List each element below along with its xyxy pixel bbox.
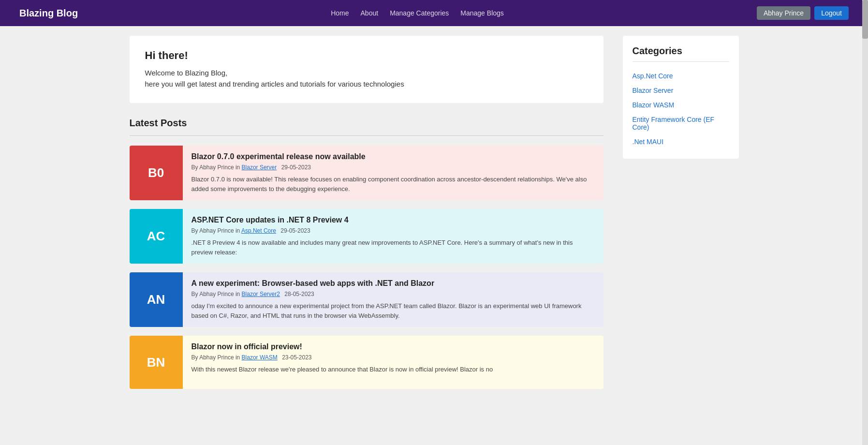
post-body: Blazor now in official preview! By Abhay… [183,336,603,389]
latest-posts-heading: Latest Posts [130,118,603,129]
category-link[interactable]: Asp.Net Core [633,69,729,83]
post-thumbnail: AN [130,272,183,327]
post-title[interactable]: Blazor 0.7.0 experimental release now av… [191,152,595,161]
post-body: Blazor 0.7.0 experimental release now av… [183,146,603,200]
post-excerpt: With this newest Blazor release we're pl… [191,365,595,374]
welcome-heading: Hi there! [145,49,588,62]
welcome-line2: here you will get latest and trending ar… [145,80,404,88]
post-title[interactable]: ASP.NET Core updates in .NET 8 Preview 4 [191,216,595,224]
posts-divider [130,135,603,136]
welcome-box: Hi there! Welcome to Blazing Blog, here … [130,36,603,103]
category-link[interactable]: Entity Framework Core (EF Core) [633,112,729,134]
post-card: AC ASP.NET Core updates in .NET 8 Previe… [130,209,603,264]
latest-posts: Latest Posts B0 Blazor 0.7.0 experimenta… [130,118,603,389]
post-thumbnail: B0 [130,146,183,200]
category-link[interactable]: .Net MAUI [633,134,729,149]
post-thumbnail: AC [130,209,183,264]
post-meta: By Abhay Prince in Asp.Net Core 29-05-20… [191,227,595,234]
post-card: AN A new experiment: Browser-based web a… [130,272,603,327]
post-author: Abhay Prince [199,164,234,171]
post-title[interactable]: A new experiment: Browser-based web apps… [191,279,595,288]
category-link[interactable]: Blazor Server [633,83,729,98]
post-meta: By Abhay Prince in Blazor Server 29-05-2… [191,164,595,171]
post-category-link[interactable]: Blazor Server2 [242,291,280,297]
post-excerpt: Blazor 0.7.0 is now available! This rele… [191,175,595,193]
post-title[interactable]: Blazor now in official preview! [191,342,595,351]
post-card: B0 Blazor 0.7.0 experimental release now… [130,146,603,200]
categories-container: Asp.Net CoreBlazor ServerBlazor WASMEnti… [633,69,729,149]
welcome-text: Welcome to Blazing Blog, here you will g… [145,68,588,89]
post-abbrev: BN [147,355,165,370]
navbar-right: Abhay Prince Logout [757,6,849,20]
category-link[interactable]: Blazor WASM [633,98,729,112]
page-layout: Hi there! Welcome to Blazing Blog, here … [120,26,749,407]
post-abbrev: AN [147,292,165,307]
navbar: Blazing Blog Home About Manage Categorie… [0,0,868,26]
main-content: Hi there! Welcome to Blazing Blog, here … [130,26,603,407]
nav-manage-categories[interactable]: Manage Categories [390,9,449,17]
post-date: 28-05-2023 [284,291,314,297]
navbar-brand: Blazing Blog [19,8,78,19]
sidebar: Categories Asp.Net CoreBlazor ServerBlaz… [623,26,739,407]
post-author: Abhay Prince [199,227,234,234]
post-thumbnail: BN [130,336,183,389]
post-date: 29-05-2023 [281,164,311,171]
post-body: ASP.NET Core updates in .NET 8 Preview 4… [183,209,603,264]
post-excerpt: .NET 8 Preview 4 is now available and in… [191,238,595,257]
welcome-line1: Welcome to Blazing Blog, [145,69,228,77]
post-author: Abhay Prince [199,354,234,361]
post-date: 29-05-2023 [280,227,310,234]
posts-container: B0 Blazor 0.7.0 experimental release now… [130,146,603,389]
scrollbar-thumb[interactable] [862,0,868,39]
user-button[interactable]: Abhay Prince [757,6,810,20]
nav-manage-blogs[interactable]: Manage Blogs [460,9,504,17]
post-abbrev: B0 [148,165,164,180]
post-meta: By Abhay Prince in Blazor WASM 23-05-202… [191,354,595,361]
post-body: A new experiment: Browser-based web apps… [183,272,603,327]
navbar-links: Home About Manage Categories Manage Blog… [331,9,504,17]
post-excerpt: oday I'm excited to announce a new exper… [191,301,595,320]
post-meta: By Abhay Prince in Blazor Server2 28-05-… [191,291,595,297]
nav-about[interactable]: About [361,9,379,17]
categories-heading: Categories [633,45,729,62]
scrollbar[interactable] [862,0,868,407]
post-category-link[interactable]: Blazor Server [242,164,277,171]
logout-button[interactable]: Logout [814,6,849,20]
post-category-link[interactable]: Asp.Net Core [241,227,276,234]
nav-home[interactable]: Home [331,9,349,17]
post-card: BN Blazor now in official preview! By Ab… [130,336,603,389]
sidebar-categories: Categories Asp.Net CoreBlazor ServerBlaz… [623,36,739,159]
post-category-link[interactable]: Blazor WASM [242,354,278,361]
post-date: 23-05-2023 [282,354,311,361]
post-author: Abhay Prince [199,291,234,297]
post-abbrev: AC [147,229,165,244]
